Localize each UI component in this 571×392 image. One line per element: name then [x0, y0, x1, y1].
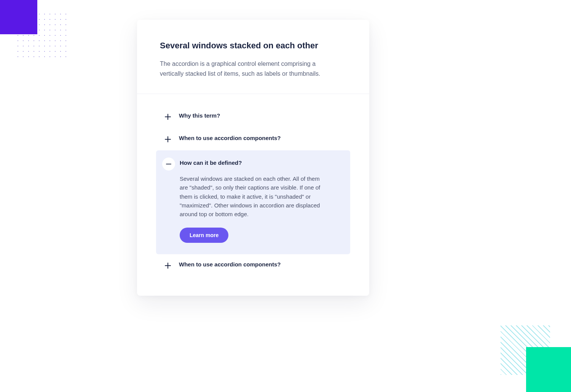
accordion-item-title: When to use accordion components?	[179, 135, 343, 141]
decorative-purple-square	[0, 0, 37, 34]
accordion-item-when-to-use-2[interactable]: When to use accordion components?	[160, 254, 346, 277]
accordion-item-defined[interactable]: How can it be defined? Several windows a…	[156, 150, 350, 254]
decorative-teal-square	[526, 347, 571, 392]
accordion-item-when-to-use[interactable]: When to use accordion components?	[160, 128, 346, 150]
learn-more-button[interactable]: Learn more	[180, 228, 228, 243]
accordion-list: Why this term? When to use accordion com…	[137, 94, 369, 277]
card-header: Several windows stacked on each other Th…	[137, 20, 369, 94]
plus-icon	[164, 113, 172, 121]
accordion-item-title: Why this term?	[179, 112, 343, 119]
minus-icon	[162, 158, 175, 171]
card-title: Several windows stacked on each other	[160, 41, 346, 51]
accordion-item-why-this-term[interactable]: Why this term?	[160, 105, 346, 128]
card-description: The accordion is a graphical control ele…	[160, 59, 327, 78]
accordion-item-body: Several windows are stacked on each othe…	[180, 174, 324, 218]
accordion-item-title: When to use accordion components?	[179, 261, 343, 268]
plus-icon	[164, 261, 172, 270]
plus-icon	[164, 135, 172, 143]
accordion-item-title: How can it be defined?	[180, 159, 343, 166]
accordion-card: Several windows stacked on each other Th…	[137, 20, 369, 296]
